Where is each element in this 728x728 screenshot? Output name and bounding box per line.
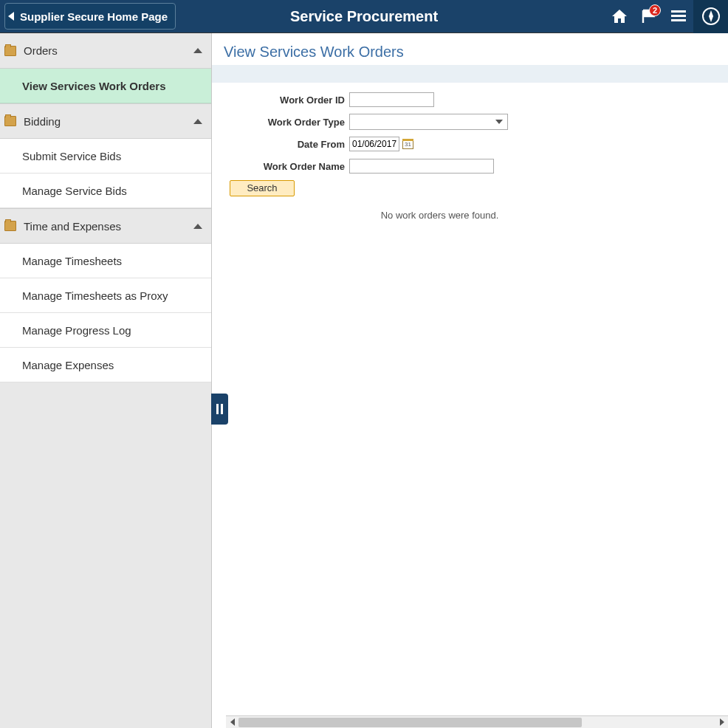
triangle-right-icon [720, 718, 724, 726]
date-from-label: Date From [225, 139, 349, 150]
compass-icon [701, 7, 721, 26]
scrollbar-track[interactable] [238, 716, 715, 729]
sidebar-item-manage-timesheets[interactable]: Manage Timesheets [0, 244, 211, 278]
search-button[interactable]: Search [230, 180, 295, 196]
sidebar-item-label: Manage Timesheets as Proxy [22, 289, 168, 302]
folder-icon [4, 116, 16, 126]
sidebar-item-label: View Services Work Orders [22, 80, 166, 92]
header-actions: 2 [605, 0, 728, 32]
menu-button[interactable] [664, 0, 693, 33]
no-results-message: No work orders were found. [225, 210, 654, 221]
main-content: View Services Work Orders Work Order ID … [212, 33, 728, 728]
sidebar-item-view-services-work-orders[interactable]: View Services Work Orders [0, 69, 211, 103]
scrollbar-thumb[interactable] [238, 718, 582, 727]
chevron-down-icon [495, 120, 503, 124]
sidebar: Orders View Services Work Orders Bidding… [0, 33, 212, 728]
home-icon [611, 9, 628, 24]
work-order-id-label: Work Order ID [225, 95, 349, 106]
scroll-left-button[interactable] [226, 716, 238, 729]
sidebar-group-orders[interactable]: Orders [0, 33, 211, 69]
calendar-icon[interactable]: 31 [402, 139, 413, 149]
folder-icon [4, 221, 16, 231]
hamburger-icon [670, 10, 687, 23]
sidebar-group-time-expenses[interactable]: Time and Expenses [0, 208, 211, 244]
sidebar-item-manage-timesheets-proxy[interactable]: Manage Timesheets as Proxy [0, 278, 211, 313]
search-form: Work Order ID Work Order Type Date From … [212, 87, 728, 221]
sidebar-group-bidding[interactable]: Bidding [0, 103, 211, 139]
sidebar-item-manage-service-bids[interactable]: Manage Service Bids [0, 174, 211, 208]
scroll-right-button[interactable] [715, 716, 728, 729]
sidebar-item-label: Submit Service Bids [22, 150, 121, 162]
work-order-id-input[interactable] [349, 92, 434, 107]
folder-icon [4, 46, 16, 56]
sidebar-group-label: Time and Expenses [24, 220, 121, 233]
triangle-left-icon [230, 718, 235, 726]
sidebar-item-manage-progress-log[interactable]: Manage Progress Log [0, 313, 211, 348]
svg-rect-0 [671, 10, 686, 13]
sidebar-item-label: Manage Service Bids [22, 185, 127, 197]
back-label: Supplier Secure Home Page [20, 10, 168, 23]
sidebar-item-label: Manage Expenses [22, 359, 114, 371]
home-button[interactable] [605, 0, 634, 33]
back-button[interactable]: Supplier Secure Home Page [4, 3, 176, 30]
svg-rect-2 [671, 19, 686, 21]
navigator-button[interactable] [693, 0, 728, 33]
date-from-input[interactable] [349, 137, 399, 151]
sidebar-item-manage-expenses[interactable]: Manage Expenses [0, 348, 211, 382]
sidebar-item-label: Manage Timesheets [22, 255, 122, 267]
sidebar-group-label: Orders [24, 44, 58, 57]
work-order-type-select[interactable] [349, 114, 508, 130]
work-order-type-label: Work Order Type [225, 117, 349, 128]
section-bar [212, 65, 728, 83]
page-header-title: Service Procurement [290, 8, 438, 25]
sidebar-collapse-handle[interactable] [211, 394, 228, 425]
work-order-name-input[interactable] [349, 159, 494, 174]
app-header: Supplier Secure Home Page Service Procur… [0, 0, 728, 33]
notifications-button[interactable]: 2 [634, 0, 664, 33]
svg-rect-1 [671, 15, 686, 17]
chevron-up-icon [193, 224, 202, 229]
chevron-left-icon [8, 12, 14, 21]
app-body: Orders View Services Work Orders Bidding… [0, 33, 728, 728]
sidebar-group-label: Bidding [24, 115, 61, 128]
page-title: View Services Work Orders [224, 44, 728, 61]
chevron-up-icon [193, 48, 202, 53]
chevron-up-icon [193, 119, 202, 124]
work-order-name-label: Work Order Name [225, 161, 349, 172]
pause-icon [216, 404, 223, 414]
sidebar-item-label: Manage Progress Log [22, 324, 131, 337]
sidebar-item-submit-service-bids[interactable]: Submit Service Bids [0, 139, 211, 174]
horizontal-scrollbar[interactable] [226, 715, 728, 728]
notification-badge: 2 [649, 4, 661, 16]
